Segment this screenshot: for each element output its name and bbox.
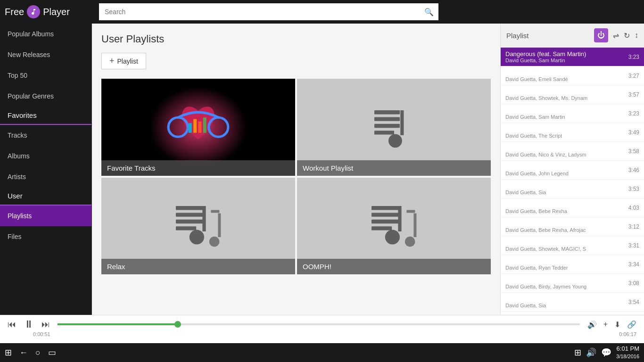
track-artists: David Guetta, Bebe Rexha	[505, 208, 625, 214]
track-name: S.T.O.P (feat. Ryan Tedder)	[505, 258, 625, 265]
sidebar-item-top-50[interactable]: Top 50	[0, 65, 91, 86]
volume-icon[interactable]: 🔊	[586, 347, 596, 358]
track-item[interactable]: Lift me up (feat. Nico & Vin... David Gu…	[501, 142, 644, 161]
add-playlist-button[interactable]: + Playlist	[101, 53, 146, 69]
playlist-card-favorite-tracks[interactable]: Favorite Tracks	[101, 79, 295, 176]
track-duration: 4:03	[628, 205, 639, 211]
svg-point-12	[388, 134, 402, 148]
track-artists: David Guetta, Nico & Vinz, Ladysm	[505, 152, 625, 157]
track-duration: 3:54	[628, 299, 639, 305]
track-info: S.T.O.P (feat. Ryan Tedder) David Guetta…	[505, 258, 625, 271]
sidebar-item-artists[interactable]: Artists	[0, 166, 91, 187]
playlist-card-workout[interactable]: Workout Playlist	[297, 79, 491, 176]
previous-button[interactable]: ⏮	[8, 320, 16, 329]
track-duration: 3:12	[628, 223, 639, 230]
track-artists: David Guetta, Bebe Rexha, Afrojac	[505, 227, 625, 233]
track-name: Sun Goes Down (feat. MAGI...	[505, 239, 625, 246]
track-item[interactable]: Dangerous (feat. Sam Martin) David Guett…	[501, 48, 644, 66]
search-input[interactable]	[99, 3, 438, 20]
sidebar-item-albums[interactable]: Albums	[0, 146, 91, 166]
start-button[interactable]: ⊞	[5, 347, 12, 358]
progress-fill	[58, 323, 178, 325]
track-duration: 3:23	[628, 54, 639, 60]
repeat-button[interactable]: ↻	[624, 28, 630, 42]
playlists-grid: Favorite Tracks Workout Playlist	[101, 79, 491, 274]
track-artists: David Guetta, Birdy, Jaymes Young	[505, 284, 625, 289]
sidebar-item-popular-albums[interactable]: Popular Albums	[0, 24, 91, 44]
track-artists: David Guetta, Sam Martin	[505, 58, 625, 63]
track-item[interactable]: Lovers on the Sun (feat. Sa... David Gue…	[501, 104, 644, 123]
track-info: Yesterday (feat.Bebe Rexha) David Guetta…	[505, 201, 625, 214]
track-artists: David Guetta, Showtek, MAGIC!, S	[505, 246, 625, 252]
play-pause-button[interactable]: ⏸	[24, 318, 34, 330]
svg-rect-4	[189, 123, 192, 133]
sidebar-item-tracks[interactable]: Tracks	[0, 125, 91, 146]
track-info: No Money no Love (feat. Ell... David Gue…	[505, 88, 625, 101]
progress-thumb	[174, 321, 181, 328]
svg-rect-5	[193, 119, 197, 133]
track-info: What I Did For Love (feat. E... David Gu…	[505, 69, 625, 82]
playlist-card-oomph[interactable]: OOMPH!	[297, 178, 491, 275]
back-button[interactable]: ←	[19, 348, 28, 358]
track-name: Lovers on the Sun (feat. Sa...	[505, 107, 625, 114]
progress-container[interactable]	[58, 323, 580, 325]
track-item[interactable]: The Whisperer (feat. Sia) David Guetta, …	[501, 293, 644, 312]
track-info: Goodbye Friend (feat. The S... David Gue…	[505, 126, 625, 139]
track-item[interactable]: No Money no Love (feat. Ell... David Gue…	[501, 85, 644, 104]
taskbar-clock: 6:01 PM 3/18/2016	[616, 345, 639, 361]
track-duration: 3:46	[628, 167, 639, 173]
track-info: Hey Mama (feat. Nicki Mina... David Guet…	[505, 220, 625, 233]
track-item[interactable]: Listen (feat. John Legend) David Guetta,…	[501, 161, 644, 180]
app-logo-icon	[27, 5, 40, 18]
sidebar-item-popular-genres[interactable]: Popular Genres	[0, 86, 91, 107]
svg-rect-24	[372, 213, 399, 217]
system-tray-icon[interactable]: ⊞	[574, 347, 581, 358]
search-icon: 🔍	[424, 8, 434, 16]
track-name: Yesterday (feat.Bebe Rexha)	[505, 201, 625, 208]
track-item[interactable]: Goodbye Friend (feat. The S... David Gue…	[501, 123, 644, 142]
progress-bar[interactable]	[58, 323, 580, 325]
track-item[interactable]: Yesterday (feat.Bebe Rexha) David Guetta…	[501, 198, 644, 217]
track-item[interactable]: I'll Keep Loving you (feat. Bi... David …	[501, 274, 644, 293]
current-time: 0:00:51	[33, 331, 50, 337]
sidebar-item-new-releases[interactable]: New Releases	[0, 44, 91, 65]
svg-point-20	[209, 237, 219, 247]
playlist-mode-button[interactable]: ⏻	[594, 28, 608, 42]
track-item[interactable]: Sun Goes Down (feat. MAGI... David Guett…	[501, 236, 644, 255]
link-button[interactable]: 🔗	[627, 320, 636, 329]
playlist-label-favorite-tracks: Favorite Tracks	[101, 160, 295, 176]
player-bar: ⏮ ⏸ ⏭ 🔊 + ⬇ 🔗 0:00:51 0:06:17	[0, 315, 644, 343]
sidebar-item-playlists[interactable]: Playlists	[0, 206, 91, 226]
shuffle-button[interactable]: ⇌	[613, 28, 619, 42]
track-item[interactable]: Bang my Head (feat. Sia) David Guetta, S…	[501, 180, 644, 198]
track-item[interactable]: S.T.O.P (feat. Ryan Tedder) David Guetta…	[501, 255, 644, 274]
track-item[interactable]: What I Did For Love (feat. E... David Gu…	[501, 66, 644, 85]
page-title: User Playlists	[101, 33, 491, 45]
next-button[interactable]: ⏭	[41, 320, 50, 329]
download-button[interactable]: ⬇	[614, 320, 620, 329]
sidebar-item-files[interactable]: Files	[0, 226, 91, 247]
total-time: 0:06:17	[619, 331, 636, 337]
app-title-free: Free	[5, 7, 24, 17]
track-info: Sun Goes Down (feat. MAGI... David Guett…	[505, 239, 625, 252]
sort-button[interactable]: ↕	[635, 28, 638, 42]
svg-point-27	[385, 230, 399, 245]
track-name: Bang my Head (feat. Sia)	[505, 182, 625, 189]
track-duration: 3:57	[628, 91, 639, 98]
track-item[interactable]: Hey Mama (feat. Nicki Mina... David Guet…	[501, 217, 644, 236]
volume-button[interactable]: 🔊	[587, 320, 597, 329]
track-info: Bang my Head (feat. Sia) David Guetta, S…	[505, 182, 625, 195]
add-button[interactable]: +	[603, 320, 608, 329]
cortana-button[interactable]: ○	[35, 348, 41, 358]
plus-icon: +	[109, 56, 115, 66]
svg-rect-15	[176, 213, 203, 217]
task-view-button[interactable]: ▭	[48, 347, 56, 358]
playlist-label-relax: Relax	[101, 259, 295, 274]
notifications-icon[interactable]: 💬	[601, 347, 611, 358]
track-artists: David Guetta, The Script	[505, 133, 625, 139]
add-playlist-label: Playlist	[117, 58, 138, 65]
svg-point-18	[189, 230, 204, 245]
playlist-card-relax[interactable]: Relax	[101, 178, 295, 275]
sidebar-section-user: User	[0, 187, 91, 206]
track-duration: 3:53	[628, 186, 639, 192]
